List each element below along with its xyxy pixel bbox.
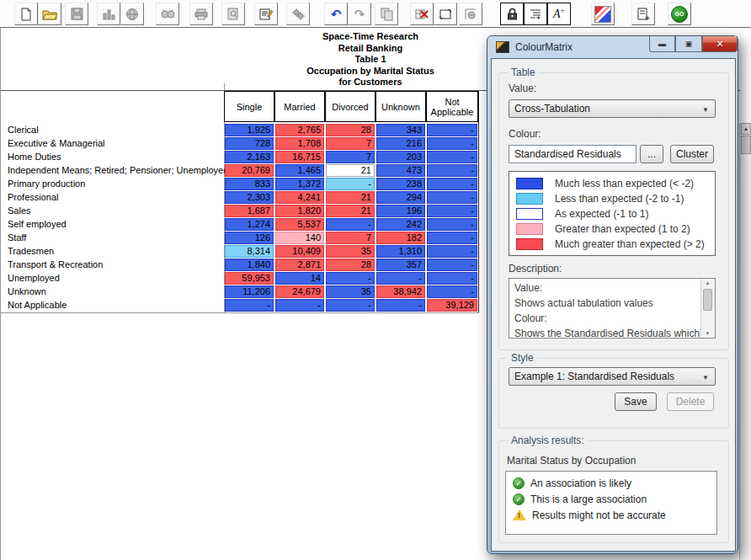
lock-toolbar-button[interactable] bbox=[500, 3, 524, 25]
table-cell[interactable]: - bbox=[225, 299, 274, 312]
table-cell[interactable]: - bbox=[427, 191, 477, 204]
save-button[interactable]: Save bbox=[615, 392, 657, 411]
undo-toolbar-button[interactable]: ↶ bbox=[324, 3, 348, 25]
table-cell[interactable]: 242 bbox=[376, 218, 425, 231]
table-cell[interactable]: - bbox=[427, 272, 477, 285]
table-cell[interactable]: 203 bbox=[376, 151, 425, 163]
table-cell[interactable]: 14 bbox=[275, 272, 324, 285]
row-label[interactable]: Clerical bbox=[8, 123, 39, 136]
row-label[interactable]: Unknown bbox=[8, 285, 46, 298]
table-cell[interactable]: 21 bbox=[326, 191, 375, 204]
table-cell[interactable]: - bbox=[376, 272, 425, 285]
table-cell[interactable]: 8,314 bbox=[225, 245, 274, 258]
close-button[interactable]: ✕ bbox=[702, 36, 738, 52]
table-cell[interactable]: 2,163 bbox=[225, 151, 274, 163]
table-cell[interactable]: 343 bbox=[376, 124, 425, 136]
row-label[interactable]: Tradesmen bbox=[8, 244, 54, 258]
table-cell[interactable]: 7 bbox=[326, 232, 375, 244]
table-cell[interactable]: 1,274 bbox=[225, 218, 274, 231]
table-cell[interactable]: 2,765 bbox=[275, 124, 324, 136]
table-cell[interactable]: - bbox=[427, 245, 477, 258]
table-cell[interactable]: 28 bbox=[326, 259, 375, 271]
table-cell[interactable]: 728 bbox=[225, 137, 274, 150]
row-label[interactable]: Primary production bbox=[8, 177, 85, 190]
table-cell[interactable]: 35 bbox=[326, 245, 375, 258]
column-header-single[interactable]: Single bbox=[224, 91, 274, 122]
table-cell[interactable]: - bbox=[326, 299, 375, 312]
table-cell[interactable]: - bbox=[326, 178, 375, 190]
table-cell[interactable]: 28 bbox=[326, 124, 375, 136]
new-document-toolbar-button[interactable] bbox=[14, 3, 38, 25]
table-cell[interactable]: 1,820 bbox=[275, 205, 324, 217]
table-cell[interactable]: 182 bbox=[376, 232, 425, 244]
table-cell[interactable]: 16,715 bbox=[275, 151, 324, 163]
table-cell[interactable]: 4,241 bbox=[275, 191, 324, 204]
delete-table-toolbar-button[interactable] bbox=[410, 3, 434, 25]
dialog-titlebar[interactable]: ColourMatrix bbox=[496, 41, 573, 53]
maximize-button[interactable]: ▣ bbox=[675, 36, 702, 52]
resize-table-toolbar-button[interactable] bbox=[434, 3, 457, 25]
column-header-not-applicable[interactable]: Not Applicable bbox=[426, 91, 478, 122]
table-cell[interactable]: 59,953 bbox=[225, 272, 274, 285]
table-cell[interactable]: 11,206 bbox=[225, 285, 274, 298]
colourmatrix-toolbar-button[interactable] bbox=[591, 3, 615, 25]
main-vertical-scrollbar[interactable]: ▲ bbox=[739, 123, 751, 560]
scroll-up-button[interactable]: ▲ bbox=[741, 123, 751, 135]
table-cell[interactable]: 5,537 bbox=[275, 218, 324, 231]
value-dropdown[interactable]: Cross-Tabulation ▼ bbox=[509, 99, 716, 118]
table-cell[interactable]: 126 bbox=[225, 232, 274, 244]
row-label[interactable]: Independent Means; Retired; Pensioner; U… bbox=[8, 163, 228, 177]
table-cell[interactable]: 10,409 bbox=[275, 245, 324, 258]
table-cell[interactable]: 21 bbox=[326, 164, 375, 177]
table-cell[interactable]: 196 bbox=[376, 205, 425, 217]
font-size-toolbar-button[interactable]: A+ bbox=[547, 3, 571, 25]
column-header-divorced[interactable]: Divorced bbox=[325, 91, 376, 122]
row-label[interactable]: Unemployed bbox=[8, 271, 60, 285]
table-cell[interactable]: - bbox=[326, 218, 375, 231]
go-toolbar-button[interactable]: GO bbox=[668, 3, 691, 25]
table-cell[interactable]: 140 bbox=[275, 232, 324, 244]
table-cell[interactable]: - bbox=[326, 272, 375, 285]
row-label[interactable]: Not Applicable bbox=[8, 298, 67, 312]
row-label[interactable]: Transport & Recreation bbox=[8, 258, 103, 271]
table-cell[interactable]: 473 bbox=[376, 164, 425, 177]
table-cell[interactable]: 357 bbox=[376, 259, 425, 271]
table-cell[interactable]: 39,129 bbox=[427, 299, 477, 312]
row-label[interactable]: Self employed bbox=[8, 217, 67, 231]
table-cell[interactable]: 294 bbox=[376, 191, 425, 204]
table-cell[interactable]: 216 bbox=[376, 137, 425, 150]
table-cell[interactable]: - bbox=[275, 299, 324, 312]
table-cell[interactable]: 1,465 bbox=[275, 164, 324, 177]
row-label[interactable]: Executive & Managerial bbox=[8, 136, 105, 150]
row-label[interactable]: Sales bbox=[8, 204, 31, 217]
delete-button[interactable]: Delete bbox=[667, 392, 714, 411]
table-cell[interactable]: - bbox=[427, 151, 477, 163]
desc-scroll-thumb[interactable] bbox=[703, 289, 712, 311]
table-cell[interactable]: - bbox=[427, 218, 477, 231]
table-cell[interactable]: 1,708 bbox=[275, 137, 324, 150]
column-header-unknown[interactable]: Unknown bbox=[376, 91, 426, 122]
row-label[interactable]: Home Duties bbox=[8, 150, 61, 163]
table-cell[interactable]: - bbox=[427, 285, 477, 298]
desc-scroll-up-icon[interactable]: ▲ bbox=[703, 280, 712, 285]
table-cell[interactable]: 2,303 bbox=[225, 191, 274, 204]
indent-toolbar-button[interactable] bbox=[524, 3, 547, 25]
browse-button[interactable]: ... bbox=[640, 145, 663, 163]
table-cell[interactable]: 2,871 bbox=[275, 259, 324, 271]
table-cell[interactable]: - bbox=[427, 164, 477, 177]
scrollbar-thumb[interactable] bbox=[741, 136, 751, 154]
table-cell[interactable]: 1,687 bbox=[225, 205, 274, 217]
row-label[interactable]: Professional bbox=[8, 190, 59, 204]
table-cell[interactable]: - bbox=[427, 259, 477, 271]
cluster-button[interactable]: Cluster bbox=[670, 145, 714, 163]
table-cell[interactable]: 1,840 bbox=[225, 259, 274, 271]
desc-scroll-down-icon[interactable]: ▼ bbox=[703, 331, 712, 336]
colour-input[interactable]: Standardised Residuals bbox=[509, 145, 636, 163]
table-cell[interactable]: 21 bbox=[326, 205, 375, 217]
table-cell[interactable]: 38,942 bbox=[376, 285, 425, 298]
edit-annotations-toolbar-button[interactable] bbox=[254, 3, 278, 25]
new-view-toolbar-button[interactable] bbox=[631, 3, 655, 25]
table-cell[interactable]: 1,925 bbox=[225, 124, 274, 136]
table-cell[interactable]: - bbox=[427, 205, 477, 217]
table-cell[interactable]: - bbox=[427, 178, 477, 190]
